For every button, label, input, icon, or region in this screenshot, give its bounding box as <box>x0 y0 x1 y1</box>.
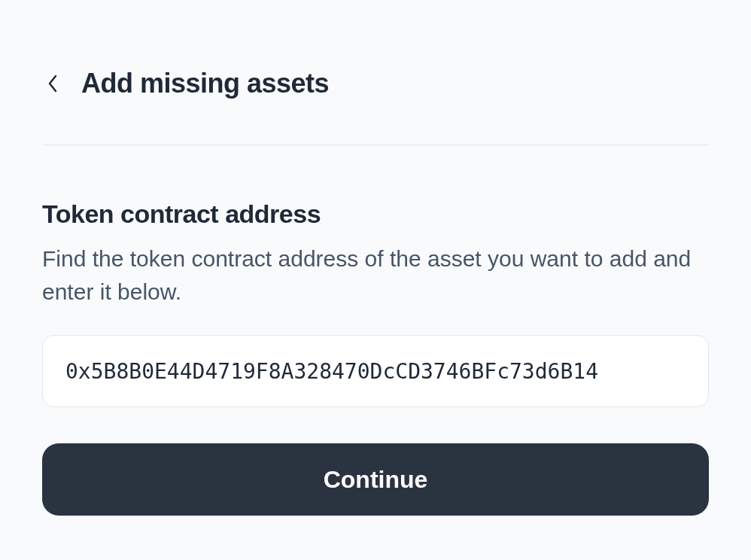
contract-address-input[interactable] <box>42 335 709 407</box>
chevron-left-icon <box>47 75 58 93</box>
page-title: Add missing assets <box>81 68 329 99</box>
section-title: Token contract address <box>42 199 709 229</box>
section-description: Find the token contract address of the a… <box>42 242 709 308</box>
page-header: Add missing assets <box>42 68 709 145</box>
back-button[interactable] <box>42 73 63 94</box>
continue-button[interactable]: Continue <box>42 443 709 516</box>
